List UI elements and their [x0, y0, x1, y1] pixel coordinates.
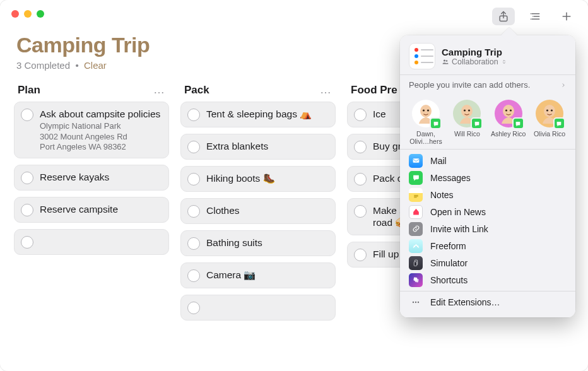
svg-point-26 — [551, 109, 553, 111]
share-app-label: Notes — [430, 190, 454, 200]
window-controls[interactable] — [11, 10, 44, 18]
svg-point-14 — [427, 109, 429, 111]
complete-toggle[interactable] — [187, 173, 200, 186]
reminder-item[interactable] — [180, 295, 336, 321]
reminder-text — [40, 235, 161, 247]
complete-toggle[interactable] — [187, 109, 200, 121]
share-app-item[interactable]: Open in News — [400, 203, 575, 220]
completed-count: 3 Completed — [16, 60, 70, 71]
reminder-item[interactable] — [14, 229, 169, 255]
reminder-item[interactable]: Reserve kayaks — [14, 165, 169, 191]
contact-name: Dawn, Olivi…hers — [408, 130, 444, 145]
complete-toggle[interactable] — [354, 249, 367, 261]
complete-toggle[interactable] — [187, 269, 200, 282]
column: Pack…Tent & sleeping bags ⛺️Extra blanke… — [180, 83, 336, 321]
complete-toggle[interactable] — [21, 236, 33, 249]
svg-point-18 — [468, 109, 470, 111]
share-app-item[interactable]: Messages — [400, 169, 575, 186]
complete-toggle[interactable] — [354, 141, 367, 153]
complete-toggle[interactable] — [187, 205, 200, 218]
invite-permissions-row[interactable]: People you invite can add others. — [400, 74, 575, 95]
messages-badge-icon — [430, 117, 442, 129]
plus-icon — [560, 10, 573, 23]
share-app-item[interactable]: Mail — [400, 152, 575, 169]
complete-toggle[interactable] — [21, 172, 33, 184]
share-app-item[interactable]: Invite with Link — [400, 220, 575, 237]
reminder-item[interactable]: Camera 📷 — [180, 262, 336, 288]
svg-point-13 — [423, 109, 425, 111]
svg-point-21 — [505, 109, 507, 111]
share-app-item[interactable]: Shortcuts — [400, 271, 575, 288]
complete-toggle[interactable] — [354, 205, 367, 218]
share-app-label: Simulator — [430, 258, 467, 268]
svg-point-9 — [444, 59, 445, 61]
reminder-text: Tent & sleeping bags ⛺️ — [206, 108, 327, 120]
reminder-item[interactable]: Extra blankets — [180, 134, 336, 160]
complete-toggle[interactable] — [187, 302, 200, 314]
reminder-text: Reserve kayaks — [40, 171, 161, 183]
share-mode[interactable]: Collaboration — [442, 57, 507, 66]
close-window-button[interactable] — [11, 10, 19, 18]
edit-extensions-button[interactable]: Edit Extensions… — [400, 291, 575, 312]
share-app-item[interactable]: Freeform — [400, 237, 575, 254]
reminder-text — [206, 301, 327, 312]
share-contact[interactable]: Dawn, Olivi…hers — [408, 100, 444, 145]
share-app-label: Messages — [430, 173, 471, 183]
share-title: Camping Trip — [442, 47, 507, 57]
share-header: Camping Trip Collaboration — [400, 42, 575, 74]
messages-badge-icon — [553, 117, 565, 129]
svg-rect-27 — [413, 158, 419, 163]
column-menu-button[interactable]: … — [153, 83, 165, 97]
share-contact[interactable]: Olivia Rico — [531, 100, 568, 145]
svg-point-17 — [464, 109, 466, 111]
reminder-subtext: Olympic National Park 3002 Mount Angeles… — [40, 121, 161, 152]
add-button[interactable] — [555, 8, 578, 25]
link-app-icon — [409, 222, 423, 236]
view-toggle-button[interactable] — [524, 8, 546, 25]
share-app-label: Freeform — [430, 241, 466, 251]
list-toggle-icon — [529, 10, 541, 23]
reminders-list-icon — [409, 43, 435, 69]
complete-toggle[interactable] — [21, 204, 33, 216]
share-app-list: MailMessagesNotesOpen in NewsInvite with… — [400, 150, 575, 291]
column-header: Pack… — [180, 83, 336, 102]
share-app-item[interactable]: Notes — [400, 186, 575, 203]
reminder-item[interactable]: Hiking boots 🥾 — [180, 166, 336, 192]
complete-toggle[interactable] — [187, 141, 200, 153]
fullscreen-window-button[interactable] — [37, 10, 44, 18]
share-people-row: Dawn, Olivi…hersWill RicoAshley RicoOliv… — [400, 95, 575, 149]
complete-toggle[interactable] — [354, 173, 367, 186]
mail-app-icon — [409, 154, 423, 168]
short-app-icon — [409, 273, 423, 287]
share-button[interactable] — [492, 8, 515, 25]
reminder-text: Bathing suits — [206, 237, 327, 249]
column-name: Pack — [184, 84, 209, 97]
share-contact[interactable]: Ashley Rico — [490, 100, 527, 145]
svg-point-20 — [503, 105, 514, 117]
minimize-window-button[interactable] — [24, 10, 32, 18]
reminder-item[interactable]: Clothes — [180, 198, 336, 224]
reminder-item[interactable]: Bathing suits — [180, 230, 336, 256]
svg-rect-35 — [414, 262, 416, 266]
column-items: Ask about campsite policiesOlympic Natio… — [14, 102, 169, 255]
avatar — [453, 100, 481, 127]
more-icon — [409, 295, 423, 309]
reminder-text: Extra blankets — [206, 140, 327, 152]
svg-point-31 — [414, 246, 415, 247]
share-app-item[interactable]: Simulator — [400, 254, 575, 271]
reminder-item[interactable]: Reserve campsite — [14, 197, 169, 223]
svg-point-22 — [510, 109, 512, 111]
complete-toggle[interactable] — [187, 237, 200, 250]
complete-toggle[interactable] — [21, 109, 33, 121]
complete-toggle[interactable] — [354, 109, 367, 121]
column-name: Plan — [18, 84, 40, 97]
clear-completed-button[interactable]: Clear — [84, 60, 107, 71]
share-app-label: Invite with Link — [430, 224, 488, 234]
reminder-item[interactable]: Tent & sleeping bags ⛺️ — [180, 102, 336, 127]
column-name: Food Pre — [351, 84, 397, 97]
column-menu-button[interactable]: … — [320, 83, 332, 97]
column: Plan…Ask about campsite policiesOlympic … — [14, 83, 169, 321]
reminder-item[interactable]: Ask about campsite policiesOlympic Natio… — [14, 102, 169, 158]
svg-point-24 — [544, 105, 555, 117]
share-contact[interactable]: Will Rico — [449, 100, 485, 145]
